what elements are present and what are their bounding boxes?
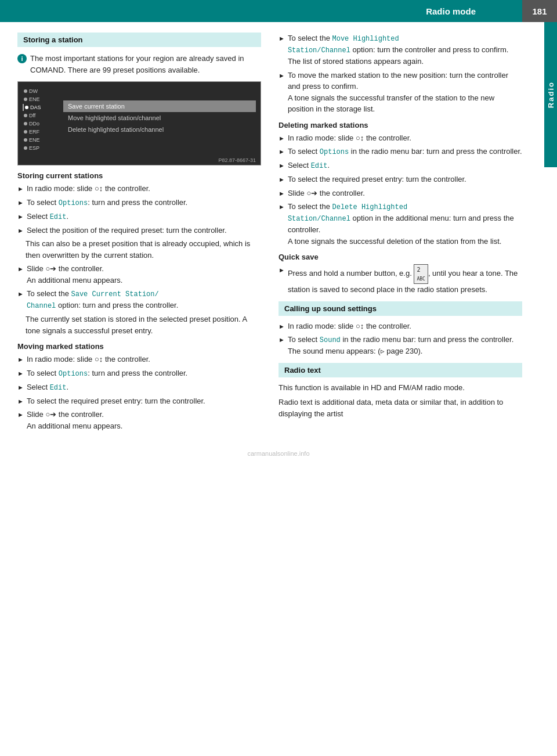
bullet-item: ► Select the position of the required pr… <box>17 225 261 236</box>
bullet-text: To move the marked station to the new po… <box>288 70 522 115</box>
bullet-text: In radio mode: slide ○↕ the controller. <box>27 354 261 365</box>
header-title: Radio mode <box>0 6 522 16</box>
bullet-item: ► To select Options: turn and press the … <box>17 368 261 379</box>
screenshot-row: ERF <box>23 128 63 135</box>
bullet-arrow-icon: ► <box>278 175 285 185</box>
bullet-item: ► Slide ○➔ the controller.An additional … <box>17 263 261 286</box>
bullet-item: ► In radio mode: slide ○↕ the controller… <box>278 132 522 144</box>
bullet-arrow-icon: ► <box>17 212 24 222</box>
screenshot-station-list: DW ENE DAS Dff DDo ERF ENE ESP <box>23 85 63 161</box>
bullet-arrow-icon: ► <box>278 322 285 332</box>
bullet-arrow-icon: ► <box>278 147 285 157</box>
bullet-arrow-icon: ► <box>17 397 24 406</box>
bullet-item: ► To select Sound in the radio menu bar:… <box>278 334 522 357</box>
bullet-text: To select the Delete HighlightedStation/… <box>288 201 522 247</box>
bullet-text: Press and hold a number button, e.g. 2AB… <box>288 264 522 296</box>
bullet-arrow-icon: ► <box>278 34 285 44</box>
screenshot-row: ESP <box>23 145 63 152</box>
bullet-text: Select Edit. <box>288 160 522 171</box>
bullet-arrow-icon: ► <box>17 184 24 194</box>
bullet-text: To select the Save Current Station/Chann… <box>27 288 261 311</box>
bullet-arrow-icon: ► <box>17 383 24 393</box>
indent-para: This can also be a preset position that … <box>26 238 261 261</box>
screenshot-menu: Save current station Move highlighted st… <box>63 85 256 161</box>
screenshot-row: DW <box>23 88 63 95</box>
bullet-text: In radio mode: slide ○↕ the controller. <box>288 132 522 144</box>
screenshot-row: ENE <box>23 96 63 103</box>
calling-sound-section: Calling up sound settings <box>278 301 522 316</box>
bullet-text: To select Options in the radio menu bar:… <box>288 146 522 157</box>
bullet-item: ► To select the Save Current Station/Cha… <box>17 288 261 311</box>
bullet-arrow-icon: ► <box>17 410 24 420</box>
screenshot-row: DDo <box>23 120 63 127</box>
bullet-item: ► In radio mode: slide ○↕ the controller… <box>17 183 261 195</box>
radio-text-section: Radio text <box>278 363 522 377</box>
bullet-item: ► To select the required preset entry: t… <box>278 174 522 185</box>
bullet-text: Select Edit. <box>27 211 261 222</box>
bullet-text: Select Edit. <box>27 381 261 393</box>
bullet-item: ► To move the marked station to the new … <box>278 70 522 115</box>
bullet-text: To select the required preset entry: tur… <box>288 174 522 185</box>
menu-item-save: Save current station <box>63 100 256 112</box>
radio-text-para1: This function is available in HD and FM/… <box>278 382 522 394</box>
bullet-item: ► Slide ○➔ the controller.An additional … <box>17 409 261 431</box>
bullet-arrow-icon: ► <box>17 264 24 274</box>
screenshot-image: DW ENE DAS Dff DDo ERF ENE ESP Save curr… <box>17 81 261 165</box>
bullet-item: ► Select Edit. <box>17 381 261 393</box>
screenshot-footer: P82.87-8667-31 <box>218 157 256 163</box>
bullet-arrow-icon: ► <box>17 369 24 379</box>
header-bar: Radio mode 181 <box>0 0 557 22</box>
bullet-arrow-icon: ► <box>278 134 285 143</box>
bullet-item: ► In radio mode: slide ○↕ the controller… <box>278 321 522 332</box>
bullet-arrow-icon: ► <box>278 189 285 199</box>
bullet-item: ► Select Edit. <box>17 211 261 222</box>
screenshot-row: Dff <box>23 112 63 119</box>
bullet-text: Select the position of the required pres… <box>27 225 261 236</box>
bullet-item: ► Slide ○➔ the controller. <box>278 188 522 199</box>
bullet-text: To select Sound in the radio menu bar: t… <box>288 334 522 357</box>
bullet-text: In radio mode: slide ○↕ the controller. <box>288 321 522 332</box>
bullet-item: ► To select the Delete HighlightedStatio… <box>278 201 522 247</box>
bullet-arrow-icon: ► <box>17 289 24 299</box>
menu-item-delete: Delete highlighted station/channel <box>63 124 256 135</box>
key-button: 2ABC <box>414 264 428 284</box>
bullet-text: To select the Move HighlightedStation/Ch… <box>288 33 522 67</box>
storing-station-section: Storing a station <box>17 33 261 47</box>
bullet-item: ► To select Options: turn and press the … <box>17 197 261 208</box>
screenshot-row-active: DAS <box>23 104 63 111</box>
bullet-text: To select the required preset entry: tur… <box>27 395 261 407</box>
bullet-arrow-icon: ► <box>17 198 24 208</box>
bullet-arrow-icon: ► <box>278 335 285 345</box>
watermark: carmanualsonline.info <box>0 444 557 459</box>
moving-marked-subheading: Moving marked stations <box>17 342 261 351</box>
bullet-arrow-icon: ► <box>278 161 285 171</box>
main-content: Storing a station i The most important s… <box>0 22 557 444</box>
deleting-marked-subheading: Deleting marked stations <box>278 121 522 129</box>
info-block: i The most important stations for your r… <box>17 53 261 75</box>
bullet-arrow-icon: ► <box>278 202 285 212</box>
bullet-item: ► Press and hold a number button, e.g. 2… <box>278 264 522 296</box>
quick-save-subheading: Quick save <box>278 253 522 261</box>
bullet-arrow-icon: ► <box>278 265 285 275</box>
bullet-text: Slide ○➔ the controller.An additional me… <box>27 409 261 431</box>
info-icon: i <box>17 54 27 63</box>
indent-para: The currently set station is stored in t… <box>26 314 261 336</box>
bullet-arrow-icon: ► <box>17 355 24 365</box>
bullet-text: Slide ○➔ the controller. <box>288 188 522 199</box>
left-column: Storing a station i The most important s… <box>17 33 261 434</box>
bullet-arrow-icon: ► <box>278 71 285 81</box>
page-number: 181 <box>522 0 557 22</box>
bullet-text: Slide ○➔ the controller.An additional me… <box>27 263 261 286</box>
bullet-item: ► To select the Move HighlightedStation/… <box>278 33 522 67</box>
bullet-text: In radio mode: slide ○↕ the controller. <box>27 183 261 195</box>
right-column: ► To select the Move HighlightedStation/… <box>278 33 540 434</box>
menu-item-move: Move highlighted station/channel <box>63 112 256 124</box>
radio-text-para2: Radio text is additional data, meta data… <box>278 397 522 419</box>
screenshot-row: ENE <box>23 136 63 143</box>
bullet-text: To select Options: turn and press the co… <box>27 368 261 379</box>
bullet-arrow-icon: ► <box>17 226 24 236</box>
bullet-text: To select Options: turn and press the co… <box>27 197 261 208</box>
bullet-item: ► Select Edit. <box>278 160 522 171</box>
storing-current-subheading: Storing current stations <box>17 171 261 180</box>
info-text: The most important stations for your reg… <box>30 53 261 75</box>
